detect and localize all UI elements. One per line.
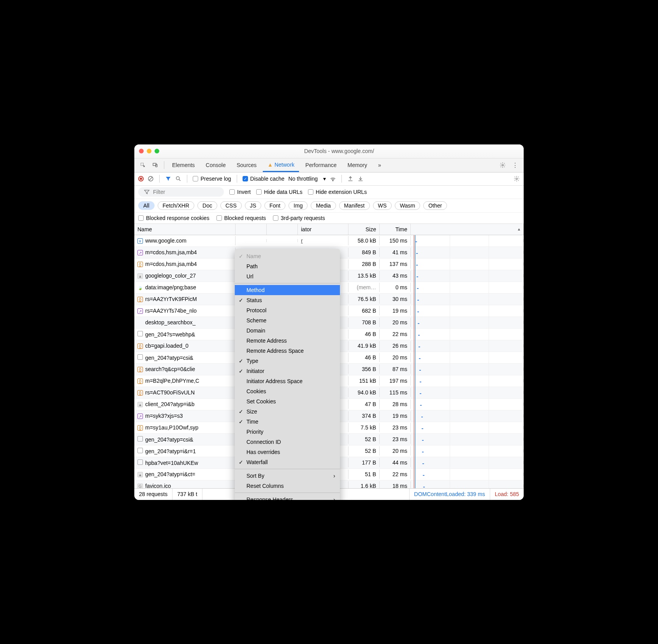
more-tabs-button[interactable]: » [373, 158, 386, 172]
traffic-lights [139, 149, 159, 153]
tab-sources[interactable]: Sources [232, 158, 261, 172]
preserve-log-checkbox[interactable]: Preserve log [193, 176, 231, 182]
col-initiator[interactable]: iator [298, 224, 348, 235]
ctx-connection-id[interactable]: Connection ID [235, 437, 340, 447]
chip-manifest[interactable]: Manifest [339, 201, 370, 210]
chip-media[interactable]: Media [311, 201, 336, 210]
chip-css[interactable]: CSS [220, 201, 242, 210]
ctx-remote-address-space[interactable]: Remote Address Space [235, 346, 340, 356]
network-conditions-icon[interactable] [330, 176, 336, 182]
settings-icon[interactable] [497, 160, 508, 171]
kebab-icon[interactable]: ⋮ [510, 160, 521, 171]
ctx-time[interactable]: ✓Time [235, 417, 340, 427]
blocked-cookies-checkbox[interactable]: Blocked response cookies [138, 215, 209, 221]
window-title: DevTools - www.google.com/ [159, 148, 519, 154]
ctx-response-headers[interactable]: Response Headers› [235, 494, 340, 500]
col-status[interactable] [236, 224, 267, 235]
request-row[interactable]: ≡www.google.comr58.0 kB150 ms [134, 235, 524, 247]
tab-memory[interactable]: Memory [343, 158, 372, 172]
ctx-reset-columns[interactable]: Reset Columns [235, 481, 340, 491]
ctx-protocol[interactable]: Protocol [235, 305, 340, 315]
filter-bar: Filter Invert Hide data URLs Hide extens… [134, 186, 524, 199]
ctx-sort-by[interactable]: Sort By› [235, 471, 340, 481]
minimize-icon[interactable] [147, 149, 151, 153]
blocked-requests-checkbox[interactable]: Blocked requests [216, 215, 266, 221]
ctx-status[interactable]: ✓Status [235, 295, 340, 305]
type-chips: AllFetch/XHRDocCSSJSFontImgMediaManifest… [134, 199, 524, 213]
col-type[interactable] [267, 224, 298, 235]
ctx-scheme[interactable]: Scheme [235, 315, 340, 326]
chip-fetchxhr[interactable]: Fetch/XHR [158, 201, 194, 210]
ctx-name: ✓Name [235, 251, 340, 261]
chip-all[interactable]: All [138, 201, 155, 210]
chip-img[interactable]: Img [289, 201, 308, 210]
col-name[interactable]: Name [134, 224, 236, 235]
network-settings-icon[interactable] [514, 176, 520, 182]
col-waterfall[interactable]: ▲ [411, 224, 524, 235]
svg-point-5 [176, 177, 179, 180]
extra-filters: Blocked response cookies Blocked request… [134, 213, 524, 224]
filter-icon[interactable] [165, 176, 171, 182]
ctx-path[interactable]: Path [235, 261, 340, 271]
tab-network[interactable]: ▲ Network [263, 158, 299, 172]
devtools-window: DevTools - www.google.com/ ElementsConso… [134, 144, 524, 500]
panel-tabs: ElementsConsoleSources▲ NetworkPerforman… [134, 158, 524, 172]
chip-ws[interactable]: WS [373, 201, 392, 210]
upload-har-icon[interactable] [347, 176, 354, 182]
disable-cache-checkbox[interactable]: ✓Disable cache [243, 176, 285, 182]
ctx-remote-address[interactable]: Remote Address [235, 336, 340, 346]
chip-wasm[interactable]: Wasm [395, 201, 420, 210]
stat-transferred: 737 kB t [172, 489, 202, 500]
tab-performance[interactable]: Performance [301, 158, 341, 172]
hide-ext-urls-checkbox[interactable]: Hide extension URLs [308, 189, 367, 195]
clear-icon[interactable] [148, 176, 154, 182]
ctx-method[interactable]: Method [235, 285, 340, 295]
hide-data-urls-checkbox[interactable]: Hide data URLs [256, 189, 303, 195]
third-party-checkbox[interactable]: 3rd-party requests [273, 215, 325, 221]
ctx-url[interactable]: Url [235, 271, 340, 282]
ctx-size[interactable]: ✓Size [235, 406, 340, 417]
filter-input[interactable]: Filter [138, 187, 224, 197]
network-toolbar: Preserve log ✓Disable cache No throttlin… [134, 172, 524, 186]
chip-js[interactable]: JS [245, 201, 261, 210]
svg-point-3 [502, 164, 503, 166]
ctx-cookies[interactable]: Cookies [235, 386, 340, 396]
throttling-select[interactable]: No throttling▾ [289, 176, 326, 182]
tab-console[interactable]: Console [201, 158, 230, 172]
close-icon[interactable] [139, 149, 144, 153]
invert-checkbox[interactable]: Invert [229, 189, 251, 195]
col-size[interactable]: Size [348, 224, 380, 235]
ctx-has-overrides[interactable]: Has overrides [235, 447, 340, 457]
svg-point-6 [333, 181, 333, 181]
column-context-menu[interactable]: ✓NamePathUrlMethod✓StatusProtocolSchemeD… [235, 249, 340, 500]
chip-font[interactable]: Font [264, 201, 285, 210]
stat-domcontentloaded: DOMContentLoaded: 339 ms [410, 489, 490, 500]
ctx-initiator-address-space[interactable]: Initiator Address Space [235, 376, 340, 386]
ctx-type[interactable]: ✓Type [235, 356, 340, 366]
grid-header[interactable]: Name iator Size Time ▲ [134, 224, 524, 235]
stat-load: Load: 585 [490, 489, 524, 500]
stat-requests: 28 requests [134, 489, 172, 500]
download-har-icon[interactable] [357, 176, 364, 182]
ctx-initiator[interactable]: ✓Initiator [235, 366, 340, 376]
svg-point-7 [516, 178, 517, 179]
zoom-icon[interactable] [155, 149, 159, 153]
funnel-icon [144, 189, 150, 195]
chip-other[interactable]: Other [423, 201, 447, 210]
tab-elements[interactable]: Elements [167, 158, 199, 172]
chip-doc[interactable]: Doc [197, 201, 217, 210]
ctx-waterfall[interactable]: ✓Waterfall [235, 457, 340, 467]
record-icon[interactable] [138, 176, 144, 181]
titlebar: DevTools - www.google.com/ [134, 144, 524, 158]
device-toggle-icon[interactable] [150, 160, 161, 171]
inspect-icon[interactable] [137, 160, 148, 171]
col-time[interactable]: Time [380, 224, 411, 235]
search-icon[interactable] [175, 176, 181, 182]
ctx-domain[interactable]: Domain [235, 326, 340, 336]
ctx-set-cookies[interactable]: Set Cookies [235, 396, 340, 406]
ctx-priority[interactable]: Priority [235, 427, 340, 437]
